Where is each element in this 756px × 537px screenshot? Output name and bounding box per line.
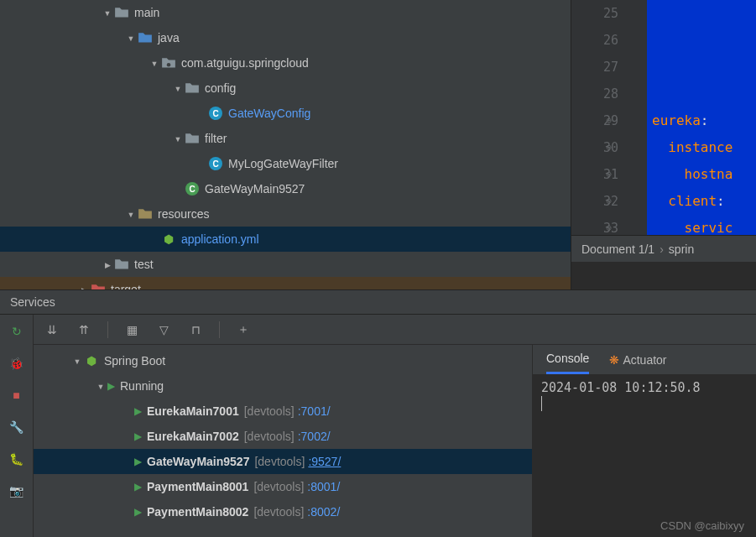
chevron-right-icon[interactable] <box>101 259 114 269</box>
tree-node-mylogfilter[interactable]: C MyLogGateWayFilter <box>0 151 571 176</box>
play-icon: ▶ <box>134 481 142 493</box>
run-config-item[interactable]: ▶ EurekaMain7001 [devtools] :7001/ <box>34 399 532 424</box>
chevron-down-icon[interactable] <box>124 209 138 219</box>
chevron-down-icon[interactable] <box>101 8 114 18</box>
filter-icon[interactable]: ▽ <box>155 321 172 338</box>
chevron-down-icon[interactable] <box>124 33 138 43</box>
tree-label: test <box>134 258 154 271</box>
console-output[interactable]: 2024-01-08 10:12:50.8 <box>533 375 756 537</box>
collapse-all-icon[interactable]: ⇈ <box>76 321 92 338</box>
wrench-icon[interactable]: 🔧 <box>7 417 27 437</box>
project-tree[interactable]: main java com.atguigu.springcloud config <box>0 0 571 289</box>
tree-label: main <box>134 6 159 19</box>
tree-node-gatewayconfig[interactable]: C GateWayConfig <box>0 101 571 126</box>
tree-node-package[interactable]: com.atguigu.springcloud <box>0 50 571 76</box>
fold-collapse-icon[interactable]: ⊖ <box>606 188 612 215</box>
folder-icon <box>138 30 153 45</box>
spring-boot-icon: ⬢ <box>84 353 99 368</box>
play-icon: ▶ <box>107 380 115 392</box>
tree-label: resources <box>158 207 209 221</box>
breadcrumb-path: sprin <box>669 242 694 256</box>
tree-label: application.yml <box>181 232 259 246</box>
svg-point-0 <box>167 63 171 67</box>
run-config-item[interactable]: ▶ EurekaMain7002 [devtools] :7002/ <box>34 424 532 449</box>
run-config-item[interactable]: ▶ PaymentMain8002 [devtools] :8002/ <box>34 499 532 524</box>
watermark: CSDN @caibixyy <box>660 519 744 532</box>
port-link[interactable]: :9527/ <box>308 455 341 468</box>
chevron-down-icon[interactable] <box>148 58 161 68</box>
chevron-down-icon[interactable] <box>70 356 84 366</box>
yaml-key: eureka <box>652 112 701 128</box>
spring-class-icon: C <box>185 181 200 196</box>
chevron-down-icon[interactable] <box>171 83 185 93</box>
tree-node-config[interactable]: config <box>0 76 571 101</box>
fold-collapse-icon[interactable]: ⊖ <box>606 215 612 242</box>
yaml-key: servic <box>685 220 733 235</box>
services-side-toolbar: ↻ 🐞 ■ 🔧 🐛 📷 <box>0 315 34 537</box>
console-pane: Console ❋Actuator 2024-01-08 10:12:50.8 <box>533 345 756 537</box>
camera-icon[interactable]: 📷 <box>7 481 27 501</box>
chevron-down-icon[interactable] <box>171 133 185 143</box>
port-link[interactable]: :8002/ <box>307 505 340 519</box>
tree-node-java[interactable]: java <box>0 25 571 50</box>
group-icon[interactable]: ⊓ <box>187 321 204 338</box>
yaml-key: client <box>668 193 717 209</box>
class-icon: C <box>208 156 223 171</box>
text-caret <box>541 396 542 411</box>
port-link[interactable]: :8001/ <box>307 480 340 493</box>
editor-code[interactable]: eureka: instance hostna client: servic <box>647 0 756 235</box>
run-config-item[interactable]: ▶ GateWayMain9527 [devtools] :9527/ <box>34 449 532 474</box>
services-root[interactable]: ⬢ Spring Boot <box>34 348 532 373</box>
port-link[interactable]: :7001/ <box>298 404 331 418</box>
tree-label: config <box>205 81 236 95</box>
tree-node-application-yml[interactable]: ⬢ application.yml <box>0 227 571 252</box>
rerun-icon[interactable]: ↻ <box>7 321 27 341</box>
package-icon <box>185 81 200 96</box>
expand-all-icon[interactable]: ⇊ <box>44 321 60 338</box>
services-group-running[interactable]: ▶ Running <box>34 373 532 399</box>
fold-collapse-icon[interactable]: ⊖ <box>606 161 612 188</box>
chevron-right-icon: › <box>660 242 664 256</box>
tab-console[interactable]: Console <box>546 345 589 374</box>
excluded-folder-icon <box>91 282 106 289</box>
stop-icon[interactable]: ■ <box>7 385 27 405</box>
tree-node-gatewaymain[interactable]: C GateWayMain9527 <box>0 176 571 201</box>
chevron-down-icon[interactable] <box>94 381 107 391</box>
package-icon <box>185 131 200 146</box>
grid-icon[interactable]: ▦ <box>123 321 140 338</box>
tree-label: filter <box>205 132 227 145</box>
tree-node-resources[interactable]: resources <box>0 201 571 227</box>
run-config-item[interactable]: ▶ PaymentMain8001 [devtools] :8001/ <box>34 474 532 499</box>
folder-icon <box>114 257 129 272</box>
bug-icon[interactable]: 🐛 <box>7 449 27 469</box>
services-tool-window-header[interactable]: Services <box>0 289 756 315</box>
port-link[interactable]: :7002/ <box>298 430 331 443</box>
tree-label: target <box>111 283 141 289</box>
tab-actuator[interactable]: ❋Actuator <box>609 345 666 374</box>
tree-node-test[interactable]: test <box>0 252 571 277</box>
fold-expand-icon[interactable]: ⊕ <box>606 107 612 134</box>
class-icon: C <box>208 106 223 121</box>
tree-node-filter[interactable]: filter <box>0 126 571 151</box>
fold-collapse-icon[interactable]: ⊖ <box>606 134 612 161</box>
play-icon: ▶ <box>134 405 142 417</box>
editor-gutter: 25 26 27 28 29⊕ 30⊖ 31⊖ 32⊖ 33⊖ <box>571 0 647 235</box>
editor[interactable]: 25 26 27 28 29⊕ 30⊖ 31⊖ 32⊖ 33⊖ eureka: … <box>571 0 756 289</box>
tree-label: java <box>158 31 180 44</box>
tree-label: GateWayConfig <box>228 107 310 120</box>
actuator-icon: ❋ <box>609 353 619 367</box>
play-icon: ▶ <box>134 430 142 442</box>
tree-node-main[interactable]: main <box>0 0 571 25</box>
tree-label: com.atguigu.springcloud <box>181 56 309 70</box>
bug-run-icon[interactable]: 🐞 <box>7 353 27 373</box>
tree-label: MyLogGateWayFilter <box>228 157 338 170</box>
resources-folder-icon <box>138 206 153 222</box>
add-icon[interactable]: ＋ <box>235 321 252 338</box>
tree-node-target[interactable]: target <box>0 277 571 289</box>
tree-label: GateWayMain9527 <box>205 182 305 196</box>
tree-label: Running <box>120 379 164 393</box>
package-icon <box>161 55 176 70</box>
services-run-tree[interactable]: ⬢ Spring Boot ▶ Running ▶ EurekaMain7001… <box>34 345 533 537</box>
spring-config-icon: ⬢ <box>161 232 176 247</box>
play-icon: ▶ <box>134 456 142 467</box>
